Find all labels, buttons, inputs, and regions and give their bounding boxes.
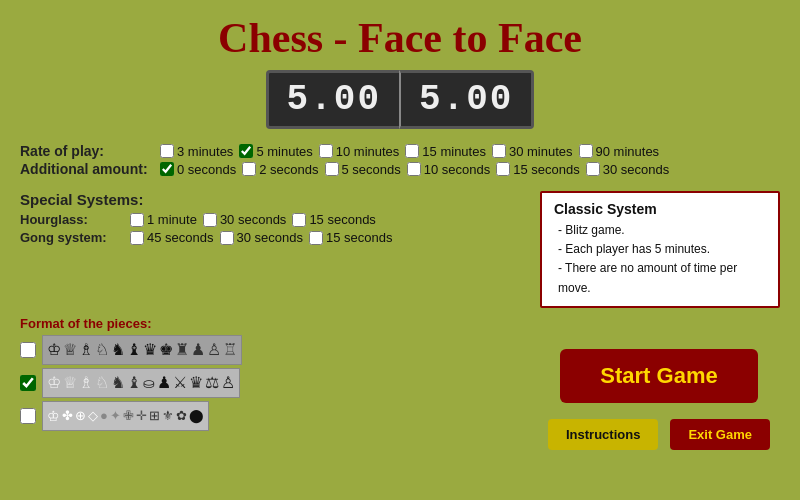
classic-item-2: - Each player has 5 minutes. xyxy=(558,240,766,259)
gong-45sec-checkbox[interactable] xyxy=(130,231,144,245)
start-game-button[interactable]: Start Game xyxy=(560,349,757,403)
format-label: Format of the pieces: xyxy=(20,316,780,331)
timer-right: 5.00 xyxy=(399,70,534,129)
rate-15min-checkbox[interactable] xyxy=(405,144,419,158)
rate-90min[interactable]: 90 minutes xyxy=(579,144,660,159)
exit-game-button[interactable]: Exit Game xyxy=(670,419,770,450)
rate-of-play-label: Rate of play: xyxy=(20,143,160,159)
add-30sec-checkbox[interactable] xyxy=(586,162,600,176)
rate-of-play-row: Rate of play: 3 minutes 5 minutes 10 min… xyxy=(20,143,780,159)
gong-30sec-checkbox[interactable] xyxy=(220,231,234,245)
gong-15sec-checkbox[interactable] xyxy=(309,231,323,245)
add-10sec[interactable]: 10 seconds xyxy=(407,162,491,177)
add-2sec-checkbox[interactable] xyxy=(242,162,256,176)
hourglass-15sec-checkbox[interactable] xyxy=(292,213,306,227)
additional-amount-label: Additional amount: xyxy=(20,161,160,177)
add-0sec-checkbox[interactable] xyxy=(160,162,174,176)
timer-display: 5.00 5.00 xyxy=(240,70,560,129)
special-systems-title: Special Systems: xyxy=(20,191,520,208)
piece-strip-2: ♔ ♕ ♗ ♘ ♞ ♝ ⛀ ♟ ⚔ ♛ ⚖ ♙ xyxy=(42,368,240,398)
timer-right-value: 5.00 xyxy=(419,79,513,120)
additional-amount-row: Additional amount: 0 seconds 2 seconds 5… xyxy=(20,161,780,177)
piece-row-3-checkbox[interactable] xyxy=(20,408,36,424)
hourglass-1min-checkbox[interactable] xyxy=(130,213,144,227)
rate-15min[interactable]: 15 minutes xyxy=(405,144,486,159)
rate-of-play-section: Rate of play: 3 minutes 5 minutes 10 min… xyxy=(0,139,800,183)
rate-3min-checkbox[interactable] xyxy=(160,144,174,158)
rate-30min-checkbox[interactable] xyxy=(492,144,506,158)
rate-10min[interactable]: 10 minutes xyxy=(319,144,400,159)
timer-left: 5.00 xyxy=(266,70,399,129)
rate-30min[interactable]: 30 minutes xyxy=(492,144,573,159)
gong-label: Gong system: xyxy=(20,230,130,245)
add-0sec[interactable]: 0 seconds xyxy=(160,162,236,177)
rate-90min-checkbox[interactable] xyxy=(579,144,593,158)
hourglass-30sec[interactable]: 30 seconds xyxy=(203,212,287,227)
page-title: Chess - Face to Face xyxy=(0,0,800,70)
piece-strip-3: ♔ ✤ ⊕ ◇ ● ✦ ✙ ✛ ⊞ ⚜ ✿ ⬤ xyxy=(42,401,209,431)
add-15sec[interactable]: 15 seconds xyxy=(496,162,580,177)
hourglass-row: Hourglass: 1 minute 30 seconds 15 second… xyxy=(20,212,520,227)
gong-15sec[interactable]: 15 seconds xyxy=(309,230,393,245)
add-5sec[interactable]: 5 seconds xyxy=(325,162,401,177)
piece-strip-1: ♔ ♕ ♗ ♘ ♞ ♝ ♛ ♚ ♜ ♟ ♙ ♖ xyxy=(42,335,242,365)
add-5sec-checkbox[interactable] xyxy=(325,162,339,176)
rate-3min[interactable]: 3 minutes xyxy=(160,144,233,159)
add-15sec-checkbox[interactable] xyxy=(496,162,510,176)
bottom-buttons: Instructions Exit Game xyxy=(548,419,770,450)
piece-row-2-checkbox[interactable] xyxy=(20,375,36,391)
add-30sec[interactable]: 30 seconds xyxy=(586,162,670,177)
gong-30sec[interactable]: 30 seconds xyxy=(220,230,304,245)
classic-item-1: - Blitz game. xyxy=(558,221,766,240)
add-10sec-checkbox[interactable] xyxy=(407,162,421,176)
hourglass-label: Hourglass: xyxy=(20,212,130,227)
classic-system-panel: Classic System - Blitz game. - Each play… xyxy=(540,191,780,308)
hourglass-1min[interactable]: 1 minute xyxy=(130,212,197,227)
hourglass-30sec-checkbox[interactable] xyxy=(203,213,217,227)
special-systems-section: Special Systems: Hourglass: 1 minute 30 … xyxy=(0,183,800,312)
rate-5min[interactable]: 5 minutes xyxy=(239,144,312,159)
right-panel: Start Game Instructions Exit Game xyxy=(548,349,770,450)
classic-item-3: - There are no amount of time per move. xyxy=(558,259,766,297)
timer-left-value: 5.00 xyxy=(287,79,381,120)
gong-45sec[interactable]: 45 seconds xyxy=(130,230,214,245)
special-systems-left: Special Systems: Hourglass: 1 minute 30 … xyxy=(20,191,520,308)
classic-system-title: Classic System xyxy=(554,201,766,217)
instructions-button[interactable]: Instructions xyxy=(548,419,658,450)
piece-row-1-checkbox[interactable] xyxy=(20,342,36,358)
rate-5min-checkbox[interactable] xyxy=(239,144,253,158)
hourglass-15sec[interactable]: 15 seconds xyxy=(292,212,376,227)
gong-row: Gong system: 45 seconds 30 seconds 15 se… xyxy=(20,230,520,245)
add-2sec[interactable]: 2 seconds xyxy=(242,162,318,177)
rate-10min-checkbox[interactable] xyxy=(319,144,333,158)
